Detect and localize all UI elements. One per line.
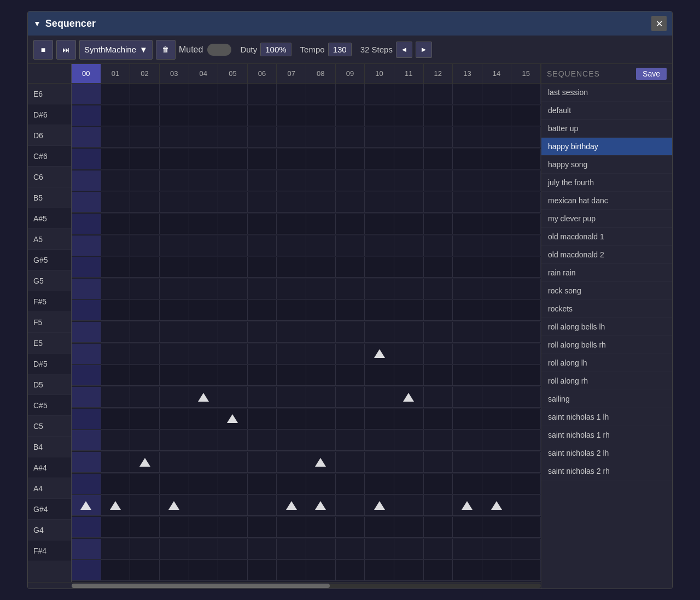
grid-cell[interactable] [453,149,482,169]
grid-cell[interactable] [189,539,219,560]
grid-cell[interactable] [218,539,248,560]
grid-cell[interactable] [336,84,365,104]
grid-cell[interactable] [336,322,365,343]
grid-cell[interactable] [101,344,131,364]
grid-cell[interactable] [482,430,512,451]
grid-cell[interactable] [424,365,453,386]
grid-cell[interactable] [277,430,306,451]
grid-cell[interactable] [424,127,453,148]
scrollbar-thumb[interactable] [72,584,330,588]
sequence-item[interactable]: saint nicholas 1 rh [541,426,672,444]
grid-cell[interactable] [72,560,101,581]
grid-cell[interactable] [160,452,189,473]
grid-cell[interactable] [424,560,453,581]
grid-cell[interactable] [511,409,541,430]
sequence-item[interactable]: mexican hat danc [541,192,672,210]
grid-cell[interactable] [511,517,541,538]
grid-cell[interactable] [424,192,453,213]
grid-cell[interactable] [160,84,189,104]
grid-cell[interactable] [218,560,248,581]
grid-cell[interactable] [189,387,219,408]
grid-cell[interactable] [394,257,424,278]
grid-cell[interactable] [511,170,541,191]
grid-cell[interactable] [482,387,512,408]
sequence-item[interactable]: saint nicholas 1 lh [541,408,672,426]
grid-cell[interactable] [277,365,306,386]
grid-cell[interactable] [511,300,541,321]
grid-cell[interactable] [277,192,306,213]
grid-cell[interactable] [189,84,219,104]
grid-cell[interactable] [394,560,424,581]
grid-cell[interactable] [336,257,365,278]
grid-cell[interactable] [306,84,336,104]
grid-cell[interactable] [160,409,189,430]
grid-cell[interactable] [130,322,160,343]
grid-cell[interactable] [424,84,453,104]
grid-cell[interactable] [101,409,131,430]
grid-cell[interactable] [218,236,248,256]
grid-cell[interactable] [306,257,336,278]
grid-cell[interactable] [160,257,189,278]
stop-button[interactable]: ■ [33,40,53,60]
grid-cell[interactable] [218,105,248,126]
grid-cell[interactable] [453,452,482,473]
grid-cell[interactable] [424,214,453,234]
grid-cell[interactable] [277,387,306,408]
grid-cell[interactable] [248,149,277,169]
grid-cell[interactable] [277,127,306,148]
grid-cell[interactable] [101,84,131,104]
grid-cell[interactable] [453,387,482,408]
grid-cell[interactable] [218,149,248,169]
grid-cell[interactable] [453,409,482,430]
grid-cell[interactable] [336,560,365,581]
grid-cell[interactable] [72,409,101,430]
grid-cell[interactable] [248,517,277,538]
grid-cell[interactable] [160,430,189,451]
grid-cells[interactable] [72,84,541,582]
grid-cell[interactable] [130,344,160,364]
grid-cell[interactable] [218,344,248,364]
grid-cell[interactable] [482,127,512,148]
grid-cell[interactable] [511,430,541,451]
grid-cell[interactable] [306,387,336,408]
grid-cell[interactable] [394,474,424,495]
grid-cell[interactable] [306,365,336,386]
grid-cell[interactable] [394,387,424,408]
grid-cell[interactable] [130,560,160,581]
grid-cell[interactable] [511,495,541,516]
grid-cell[interactable] [394,539,424,560]
grid-cell[interactable] [101,257,131,278]
grid-cell[interactable] [424,452,453,473]
grid-cell[interactable] [424,387,453,408]
grid-cell[interactable] [365,560,394,581]
grid-cell[interactable] [72,365,101,386]
grid-cell[interactable] [424,149,453,169]
grid-cell[interactable] [453,236,482,256]
grid-cell[interactable] [306,214,336,234]
grid-cell[interactable] [189,279,219,299]
grid-cell[interactable] [248,430,277,451]
grid-cell[interactable] [424,344,453,364]
grid-cell[interactable] [160,300,189,321]
grid-cell[interactable] [511,214,541,234]
grid-cell[interactable] [101,560,131,581]
grid-cell[interactable] [248,495,277,516]
grid-cell[interactable] [248,279,277,299]
grid-cell[interactable] [453,214,482,234]
grid-cell[interactable] [189,170,219,191]
grid-cell[interactable] [453,257,482,278]
grid-cell[interactable] [482,474,512,495]
grid-cell[interactable] [453,495,482,516]
grid-cell[interactable] [453,430,482,451]
grid-cell[interactable] [306,344,336,364]
grid-cell[interactable] [101,322,131,343]
grid-cell[interactable] [365,105,394,126]
grid-cell[interactable] [189,344,219,364]
grid-cell[interactable] [394,279,424,299]
grid-cell[interactable] [189,300,219,321]
grid-cell[interactable] [453,365,482,386]
grid-cell[interactable] [336,300,365,321]
grid-cell[interactable] [336,214,365,234]
grid-cell[interactable] [424,517,453,538]
grid-cell[interactable] [160,517,189,538]
